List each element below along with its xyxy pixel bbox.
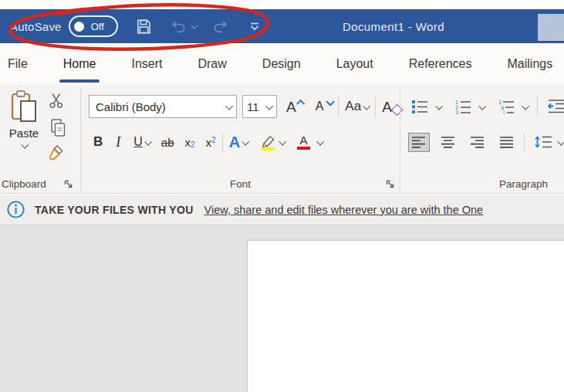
multilevel-list-icon: 1 a i: [498, 99, 515, 114]
chevron-down-icon: [241, 137, 249, 145]
tab-insert-label: Insert: [131, 57, 162, 71]
word-window: AutoSave Off: [0, 0, 564, 392]
svg-text:3: 3: [455, 110, 458, 114]
cut-icon: [48, 92, 65, 109]
redo-button[interactable]: [211, 19, 231, 35]
grow-font-icon: A: [286, 100, 296, 114]
bullets-button[interactable]: [408, 97, 444, 116]
tab-design[interactable]: Design: [262, 43, 301, 85]
subscript-button[interactable]: x2: [182, 134, 198, 150]
paste-clipboard-icon: [10, 89, 38, 124]
align-center-button[interactable]: [437, 133, 459, 152]
line-spacing-icon: [534, 134, 552, 150]
text-effects-icon: A: [229, 134, 240, 150]
clipboard-dialog-launcher[interactable]: [63, 179, 73, 189]
paste-dropdown-icon: [21, 141, 29, 149]
toggle-knob-icon: [74, 22, 84, 32]
chevron-down-icon: [363, 102, 370, 110]
justify-button[interactable]: [496, 133, 518, 152]
align-right-icon: [470, 136, 485, 149]
underline-button[interactable]: U: [130, 133, 154, 150]
paste-label: Paste: [9, 127, 39, 140]
numbering-button[interactable]: 1 2 3: [451, 97, 488, 116]
paragraph-group-label: Paragraph: [499, 178, 548, 190]
font-color-button[interactable]: A: [294, 133, 326, 151]
highlight-icon: [260, 134, 277, 150]
tab-draw[interactable]: Draw: [198, 43, 226, 85]
tab-references[interactable]: References: [409, 43, 472, 85]
tab-layout[interactable]: Layout: [336, 43, 373, 85]
ribbon: Paste: [0, 85, 564, 194]
titlebar-cropped-control[interactable]: [538, 14, 564, 41]
align-right-button[interactable]: [467, 133, 488, 152]
autosave-state: Off: [91, 21, 104, 32]
change-case-icon: Aa: [345, 99, 361, 114]
autosave-toggle[interactable]: Off: [69, 15, 118, 37]
bullets-icon: [411, 99, 428, 114]
undo-button[interactable]: [168, 19, 196, 35]
align-left-button[interactable]: [408, 133, 430, 152]
font-family-value: Calibri (Body): [96, 100, 166, 113]
italic-button[interactable]: I: [113, 133, 123, 152]
paragraph-row-2: [408, 130, 564, 154]
tab-mailings[interactable]: Mailings: [508, 43, 553, 85]
font-size-select[interactable]: 11: [242, 95, 277, 118]
clipboard-group: Paste: [0, 85, 80, 193]
paste-button[interactable]: Paste: [3, 88, 45, 149]
format-painter-icon: [48, 144, 65, 161]
copy-icon: [49, 118, 66, 137]
align-left-icon: [411, 136, 427, 149]
justify-icon: [499, 136, 515, 149]
font-dialog-launcher[interactable]: [385, 179, 395, 189]
undo-icon: [168, 19, 187, 35]
tab-file-label: File: [8, 57, 28, 71]
font-family-select[interactable]: Calibri (Body): [89, 95, 237, 118]
numbering-icon: 1 2 3: [454, 99, 471, 114]
decrease-indent-button[interactable]: [544, 97, 564, 116]
chevron-down-icon: [265, 102, 273, 110]
svg-text:1: 1: [455, 100, 458, 105]
line-spacing-button[interactable]: [531, 133, 564, 151]
notification-bar: TAKE YOUR FILES WITH YOU View, share and…: [0, 194, 564, 225]
clear-formatting-icon: A: [382, 100, 392, 114]
format-painter-button[interactable]: [48, 144, 65, 161]
tab-file[interactable]: File: [8, 43, 28, 85]
paragraph-group: 1 2 3 1 a i: [400, 85, 564, 193]
dialog-launcher-icon: [63, 179, 73, 189]
tab-home-label: Home: [63, 57, 96, 71]
caret-up-icon: [296, 99, 305, 107]
underline-icon: U: [133, 135, 143, 149]
strikethrough-button[interactable]: ab: [158, 134, 177, 150]
save-button[interactable]: [135, 18, 153, 35]
font-row-2: B I U ab x2 x2 A: [90, 130, 326, 154]
undo-dropdown-icon: [191, 22, 197, 29]
chevron-down-icon: [316, 137, 324, 145]
tab-home[interactable]: Home: [63, 43, 96, 85]
copy-button[interactable]: [49, 118, 66, 137]
font-group-label: Font: [81, 178, 400, 190]
shrink-font-button[interactable]: A: [312, 99, 336, 114]
bold-button[interactable]: B: [90, 133, 106, 151]
text-effects-button[interactable]: A: [226, 133, 251, 151]
superscript-button[interactable]: x2: [203, 134, 219, 150]
autosave-label: AutoSave: [10, 20, 62, 33]
cut-button[interactable]: [48, 92, 65, 109]
chevron-down-icon: [225, 102, 233, 110]
decrease-indent-icon: [547, 99, 564, 114]
change-case-button[interactable]: Aa: [342, 97, 372, 116]
tab-insert[interactable]: Insert: [131, 43, 162, 85]
multilevel-list-button[interactable]: 1 a i: [495, 97, 531, 116]
align-center-icon: [441, 136, 456, 149]
chevron-down-icon: [144, 137, 152, 145]
italic-icon: I: [116, 134, 120, 150]
highlight-button[interactable]: [257, 133, 288, 152]
info-icon: [6, 200, 25, 219]
svg-text:1: 1: [498, 100, 502, 105]
notification-link[interactable]: View, share and edit files wherever you …: [204, 204, 484, 216]
customize-quick-access-button[interactable]: [249, 22, 260, 32]
chevron-down-icon: [435, 102, 443, 110]
redo-icon: [211, 19, 231, 35]
shrink-font-icon: A: [316, 100, 324, 113]
grow-font-button[interactable]: A: [283, 98, 308, 116]
document-page[interactable]: [247, 240, 564, 392]
